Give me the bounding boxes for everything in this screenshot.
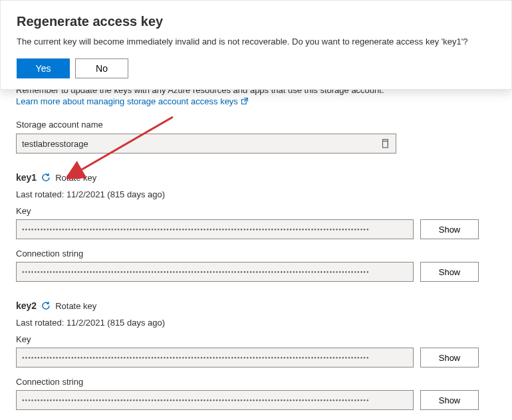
no-button[interactable]: No (75, 58, 128, 78)
key1-key-row: ●●●●●●●●●●●●●●●●●●●●●●●●●●●●●●●●●●●●●●●●… (16, 219, 496, 239)
key1-conn-field: ●●●●●●●●●●●●●●●●●●●●●●●●●●●●●●●●●●●●●●●●… (16, 262, 414, 282)
show-button[interactable]: Show (420, 262, 479, 282)
rotate-key-link[interactable]: Rotate key (55, 173, 96, 183)
show-button[interactable]: Show (420, 390, 479, 410)
yes-button[interactable]: Yes (17, 58, 70, 78)
external-link-icon (241, 97, 249, 106)
key2-conn-field: ●●●●●●●●●●●●●●●●●●●●●●●●●●●●●●●●●●●●●●●●… (16, 390, 414, 410)
learn-more-text: Learn more about managing storage accoun… (16, 96, 238, 106)
key2-key-label: Key (16, 334, 496, 344)
storage-name-value: testlabresstorage (22, 139, 380, 149)
dialog-message: The current key will become immediately … (17, 36, 495, 48)
svg-rect-3 (383, 142, 388, 148)
key1-key-field: ●●●●●●●●●●●●●●●●●●●●●●●●●●●●●●●●●●●●●●●●… (16, 219, 414, 239)
key2-header: key2 Rotate key (16, 300, 496, 311)
masked-value: ●●●●●●●●●●●●●●●●●●●●●●●●●●●●●●●●●●●●●●●●… (22, 398, 370, 402)
key1-conn-row: ●●●●●●●●●●●●●●●●●●●●●●●●●●●●●●●●●●●●●●●●… (16, 262, 496, 282)
rotate-icon[interactable] (41, 300, 51, 311)
key1-last-rotated: Last rotated: 11/2/2021 (815 days ago) (16, 189, 496, 199)
key1-header: key1 Rotate key (16, 172, 496, 183)
key2-key-row: ●●●●●●●●●●●●●●●●●●●●●●●●●●●●●●●●●●●●●●●●… (16, 348, 496, 368)
key2-key-field: ●●●●●●●●●●●●●●●●●●●●●●●●●●●●●●●●●●●●●●●●… (16, 348, 414, 368)
dialog-buttons: Yes No (17, 58, 495, 78)
key1-key-label: Key (16, 206, 496, 216)
rotate-key-link[interactable]: Rotate key (55, 301, 96, 311)
masked-value: ●●●●●●●●●●●●●●●●●●●●●●●●●●●●●●●●●●●●●●●●… (22, 356, 370, 360)
regenerate-key-dialog: Regenerate access key The current key wi… (0, 0, 512, 90)
show-button[interactable]: Show (420, 219, 479, 239)
storage-name-field: testlabresstorage (16, 134, 396, 154)
key2-conn-label: Connection string (16, 377, 496, 387)
show-button[interactable]: Show (420, 348, 479, 368)
masked-value: ●●●●●●●●●●●●●●●●●●●●●●●●●●●●●●●●●●●●●●●●… (22, 227, 370, 231)
key1-section: key1 Rotate key Last rotated: 11/2/2021 … (16, 172, 496, 282)
key2-name: key2 (16, 300, 37, 311)
key1-conn-label: Connection string (16, 249, 496, 259)
dialog-title: Regenerate access key (17, 14, 495, 29)
masked-value: ●●●●●●●●●●●●●●●●●●●●●●●●●●●●●●●●●●●●●●●●… (22, 270, 370, 274)
rotate-icon[interactable] (41, 172, 51, 183)
key2-last-rotated: Last rotated: 11/2/2021 (815 days ago) (16, 318, 496, 328)
key2-section: key2 Rotate key Last rotated: 11/2/2021 … (16, 300, 496, 410)
key2-conn-row: ●●●●●●●●●●●●●●●●●●●●●●●●●●●●●●●●●●●●●●●●… (16, 390, 496, 410)
learn-more-link[interactable]: Learn more about managing storage accoun… (16, 96, 249, 106)
key1-name: key1 (16, 172, 37, 183)
storage-name-label: Storage account name (16, 120, 496, 130)
copy-icon[interactable] (380, 138, 390, 149)
